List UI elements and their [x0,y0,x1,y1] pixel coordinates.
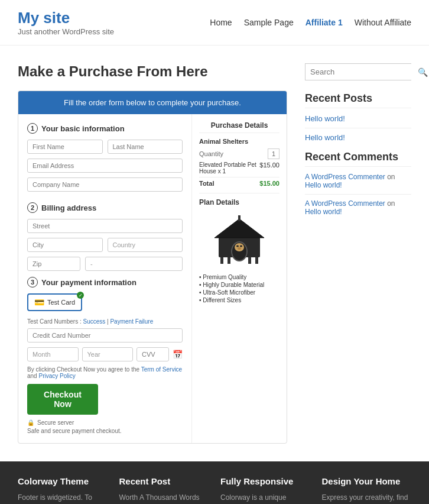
site-description: Just another WordPress site [18,27,114,36]
footer-widgets: Colorway Theme Footer is widgetized. To … [18,476,411,504]
order-form: Fill the order form below to complete yo… [18,91,287,444]
month-year-cvv-row: Month Year 📅 [27,347,183,361]
site-footer: Colorway Theme Footer is widgetized. To … [0,461,429,504]
site-branding: My site Just another WordPress site [18,9,114,36]
footer-widget-1-title: Colorway Theme [18,476,108,486]
quantity-value: 1 [268,148,280,159]
sidebar: 🔍 Recent Posts Hello world! Hello world!… [305,63,411,444]
page-title: Make a Purchase From Here [18,63,287,80]
city-input[interactable] [27,238,103,252]
commenter-1-link[interactable]: A WordPress Commenter [305,173,385,181]
total-row: Total $15.00 [199,177,280,187]
section1-num: 1 [27,123,38,134]
recent-comments-section: Recent Comments A WordPress Commenter on… [305,151,411,216]
footer-widget-1-text: Footer is widgetized. To setup the foote… [18,492,108,504]
failure-link[interactable]: Payment Failure [110,318,153,325]
section2-title: 2 Billing address [27,202,183,213]
product-image [204,210,275,269]
qty-row: Quantity 1 [199,148,280,159]
email-input[interactable] [27,159,183,173]
search-button[interactable]: 🔍 [414,64,429,80]
svg-point-12 [238,247,241,250]
footer-widget-4: Design Your Home Express your creativity… [322,476,412,504]
search-input[interactable] [306,64,414,80]
site-title: My site [18,9,114,27]
section3-num: 3 [27,277,38,287]
name-row [27,140,183,154]
success-link[interactable]: Success [83,318,105,325]
comment-2: A WordPress Commenter on Hello world! [305,199,411,216]
purchase-title: Purchase Details [199,121,280,133]
recent-posts-section: Recent Posts Hello world! Hello world! [305,92,411,142]
tos-link[interactable]: Term of Service [141,366,182,373]
checkout-button[interactable]: Checkout Now [27,384,98,415]
safe-text: Safe and secure payment checkout. [27,428,183,434]
company-input[interactable] [27,177,183,192]
footer-post-link-1[interactable]: Worth A Thousand Words [119,492,209,503]
total-label: Total [199,180,214,187]
plan-title: Plan Details [199,193,280,206]
order-form-header: Fill the order form below to complete yo… [18,91,287,114]
nav-without-affiliate[interactable]: Without Affiliate [355,18,411,27]
divider-2 [305,194,411,195]
product-features: Premium Quality Highly Durable Material … [199,274,280,303]
nav-affiliate1[interactable]: Affiliate 1 [306,18,343,27]
main-nav: Home Sample Page Affiliate 1 Without Aff… [210,18,411,27]
recent-comments-title: Recent Comments [305,151,411,167]
feature-4: Different Sizes [199,297,280,303]
lock-icon: 🔒 [27,419,34,426]
country-select[interactable]: Country [108,238,183,252]
section1-title: 1 Your basic information [27,123,183,134]
street-input[interactable] [27,219,183,233]
search-box: 🔍 [305,63,411,80]
comment-post-2-link[interactable]: Hello world! [305,208,342,216]
comment-1: A WordPress Commenter on Hello world! [305,173,411,189]
check-icon: ✓ [77,292,84,299]
last-name-input[interactable] [108,140,183,154]
order-form-body: 1 Your basic information 2 Billing addre… [18,114,287,443]
footer-widget-4-title: Design Your Home [322,476,412,486]
order-right: Purchase Details Animal Shelters Quantit… [192,114,287,443]
footer-widget-4-text: Express your creativity, find inspiratio… [322,492,412,504]
city-country-row: Country [27,238,183,252]
section1-label: Your basic information [41,124,125,133]
test-card-links: Test Card Numbers : Success | Payment Fa… [27,318,183,325]
section2-label: Billing address [41,203,96,212]
credit-card-icon: 💳 [34,298,44,307]
post-link-1[interactable]: Hello world! [305,114,411,123]
svg-point-10 [236,245,239,247]
privacy-link[interactable]: Privacy Policy [38,373,75,379]
total-price: $15.00 [259,180,280,187]
nav-sample-page[interactable]: Sample Page [244,18,294,27]
main-content: Make a Purchase From Here Fill the order… [0,46,429,461]
zip-row: - [27,257,183,271]
content-area: Make a Purchase From Here Fill the order… [18,63,287,444]
feature-3: Ultra-Soft Microfiber [199,289,280,296]
divider-1 [305,128,411,128]
footer-widget-2: Recent Post Worth A Thousand Words Categ… [119,476,209,504]
item-price: $15.00 [259,161,280,175]
cvv-input[interactable] [136,347,169,361]
month-select[interactable]: Month [27,347,79,361]
commenter-2-link[interactable]: A WordPress Commenter [305,199,385,208]
section3-title: 3 Your payment information [27,277,183,287]
footer-widget-1: Colorway Theme Footer is widgetized. To … [18,476,108,504]
year-select[interactable]: Year [82,347,134,361]
zip-input[interactable] [27,257,80,271]
footer-widget-3-title: Fully Responsive [220,476,310,486]
post-link-2[interactable]: Hello world! [305,133,411,142]
site-header: My site Just another WordPress site Home… [0,0,429,46]
order-left: 1 Your basic information 2 Billing addre… [18,114,192,443]
comment-post-1-link[interactable]: Hello world! [305,181,342,189]
shelter-title: Animal Shelters [199,138,280,145]
nav-home[interactable]: Home [210,18,232,27]
cc-number-input[interactable] [27,328,183,343]
test-card-button[interactable]: 💳 Test Card ✓ [27,293,82,311]
svg-marker-5 [214,219,264,238]
calendar-icon: 📅 [173,350,183,359]
section2-num: 2 [27,202,38,213]
checkout-agree: By clicking Checkout Now you agree to th… [27,366,183,379]
first-name-input[interactable] [27,140,103,154]
zip-extra-select[interactable]: - [85,257,183,271]
item-name: Elevated Portable Pet House x 1 [199,161,259,175]
